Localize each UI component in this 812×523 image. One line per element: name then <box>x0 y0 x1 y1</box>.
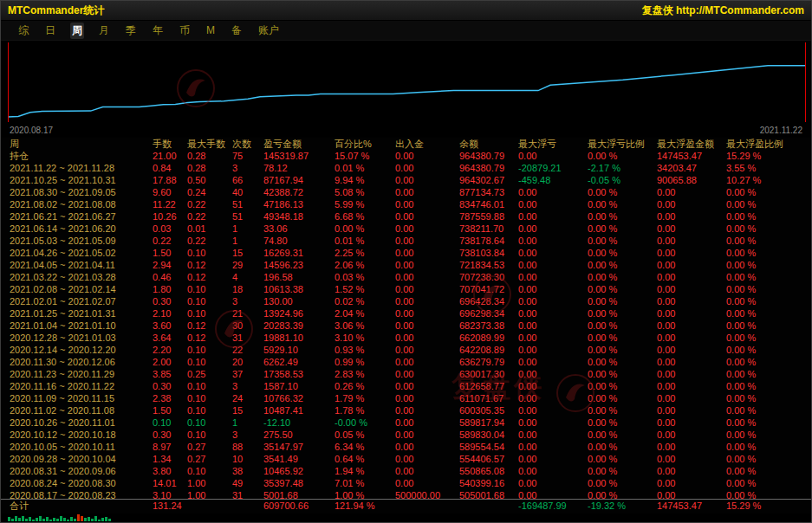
table-row[interactable]: 2021.10.25 ~ 2021.10.3117.880.506687167.… <box>1 174 811 186</box>
column-header[interactable]: 余额 <box>459 138 518 150</box>
table-cell: 0.03 <box>153 223 187 235</box>
chart-left-edge-marker <box>8 42 9 122</box>
table-cell: 2021.03.22 ~ 2021.03.28 <box>10 271 153 283</box>
table-row[interactable]: 2021.02.08 ~ 2021.02.141.800.101810613.3… <box>1 283 811 295</box>
table-cell: 721834.53 <box>459 259 518 271</box>
table-cell: 10.26 <box>153 210 187 223</box>
table-row[interactable]: 2020.12.28 ~ 2021.01.033.640.123119881.1… <box>1 332 811 344</box>
table-row[interactable]: 2020.11.02 ~ 2020.11.081.500.101510487.4… <box>1 404 811 416</box>
table-cell: 0.10 <box>187 283 232 295</box>
table-cell: 9.60 <box>153 186 187 198</box>
table-cell: 0.00 <box>395 477 459 489</box>
total-cell: 609700.66 <box>263 500 335 513</box>
table-cell: 75 <box>232 150 263 162</box>
column-header[interactable]: 最大浮盈金额 <box>657 138 726 150</box>
column-header[interactable]: 最大浮盈比例 <box>726 138 811 150</box>
column-header[interactable]: 次数 <box>232 138 263 150</box>
table-cell: 3 <box>232 380 263 392</box>
table-row[interactable]: 2021.04.05 ~ 2021.04.112.940.122914596.2… <box>1 259 811 271</box>
menu-item-年[interactable]: 年 <box>151 23 165 39</box>
menu-item-账户[interactable]: 账户 <box>257 23 281 39</box>
column-header[interactable]: 出入金 <box>395 138 459 150</box>
menu-item-币[interactable]: 币 <box>178 23 192 39</box>
table-cell: 66 <box>232 174 263 186</box>
table-cell: 0.25 <box>187 368 232 380</box>
total-row: 合计131.24609700.66121.94 %-169487.99-19.3… <box>1 499 811 513</box>
table-row[interactable]: 2020.10.26 ~ 2020.11.010.100.101-12.10-0… <box>1 416 811 429</box>
table-cell: 10487.41 <box>263 404 335 416</box>
table-cell: 0.00 <box>395 186 459 198</box>
table-row[interactable]: 2021.04.26 ~ 2021.05.021.500.101516269.3… <box>1 247 811 259</box>
mini-bar <box>88 517 90 521</box>
menu-item-M[interactable]: M <box>205 23 217 37</box>
table-cell: 18 <box>232 283 263 295</box>
table-cell: 3 <box>232 162 263 174</box>
menu-item-月[interactable]: 月 <box>97 23 111 39</box>
column-header[interactable]: 百分比% <box>335 138 395 150</box>
table-cell: 0.00 <box>657 465 726 477</box>
table-cell: 1 <box>232 416 263 429</box>
table-cell: -0.00 % <box>335 416 395 429</box>
table-cell: 49 <box>232 477 263 489</box>
table-cell: 0.10 <box>187 392 232 404</box>
table-row[interactable]: 2020.08.31 ~ 2020.09.063.800.103810465.9… <box>1 465 811 477</box>
chart-end-date-label: 2021.11.22 <box>760 126 802 135</box>
column-header[interactable]: 最大手数 <box>187 138 232 150</box>
table-cell: 0.00 <box>657 198 726 210</box>
table-row[interactable]: 2021.06.14 ~ 2021.06.200.030.01133.060.0… <box>1 223 811 235</box>
table-row[interactable]: 2020.08.24 ~ 2020.08.3014.011.004935397.… <box>1 477 811 489</box>
table-cell: 29 <box>232 259 263 271</box>
table-row[interactable]: 持仓21.000.2875145319.8715.07 %0.00964380.… <box>1 150 811 162</box>
table-cell: 0.00 % <box>588 356 657 368</box>
table-row[interactable]: 2020.11.09 ~ 2020.11.152.380.102410766.3… <box>1 392 811 404</box>
table-cell: 14596.23 <box>263 259 335 271</box>
table-row[interactable]: 2020.10.05 ~ 2020.10.118.970.278835147.9… <box>1 441 811 453</box>
menu-item-综[interactable]: 综 <box>16 23 30 39</box>
brand-link[interactable]: 复盘侠 http://MTCommander.com <box>642 3 804 18</box>
mini-bar <box>46 517 49 521</box>
table-cell: 1.79 % <box>335 392 395 404</box>
table-row[interactable]: 2020.08.17 ~ 2020.08.233.101.00315001.68… <box>1 489 811 499</box>
table-cell: 0.00 <box>518 186 588 198</box>
app-window: MTCommander统计 复盘侠 http://MTCommander.com… <box>0 0 812 523</box>
table-cell: 2021.02.08 ~ 2021.02.14 <box>10 283 153 295</box>
table-row[interactable]: 2020.11.23 ~ 2020.11.293.850.253717358.5… <box>1 368 811 380</box>
table-cell: 0.26 % <box>335 380 395 392</box>
table-row[interactable]: 2020.12.14 ~ 2020.12.202.200.10225929.10… <box>1 344 811 356</box>
table-row[interactable]: 2021.02.01 ~ 2021.02.070.300.103130.000.… <box>1 295 811 307</box>
table-cell: 0.00 <box>395 392 459 404</box>
table-cell: 0.00 <box>657 223 726 235</box>
table-cell: 0.00 <box>395 429 459 441</box>
table-cell: 1.00 <box>187 477 232 489</box>
table-cell: -12.10 <box>263 416 335 429</box>
table-row[interactable]: 2021.08.02 ~ 2021.08.0811.220.225147186.… <box>1 198 811 210</box>
table-cell: -20879.21 <box>518 162 588 174</box>
table-row[interactable]: 2020.11.16 ~ 2020.11.220.300.1031587.100… <box>1 380 811 392</box>
table-row[interactable]: 2021.08.30 ~ 2021.09.059.600.244042388.7… <box>1 186 811 198</box>
column-header[interactable]: 周 <box>10 138 153 150</box>
table-row[interactable]: 2020.09.28 ~ 2020.10.041.340.27103541.49… <box>1 453 811 465</box>
table-cell: 0.00 % <box>726 453 811 465</box>
table-cell: 10465.92 <box>263 465 335 477</box>
table-cell: 2021.04.26 ~ 2021.05.02 <box>10 247 153 259</box>
column-header[interactable]: 最大浮亏比例 <box>588 138 657 150</box>
table-cell: 0.22 <box>187 198 232 210</box>
menu-item-备[interactable]: 备 <box>230 23 244 39</box>
column-header[interactable]: 手数 <box>153 138 187 150</box>
column-header[interactable]: 最大浮亏 <box>518 138 588 150</box>
table-row[interactable]: 2020.10.12 ~ 2020.10.180.300.103275.500.… <box>1 429 811 441</box>
mini-bar <box>91 519 94 521</box>
menu-item-周[interactable]: 周 <box>70 23 84 39</box>
menu-item-季[interactable]: 季 <box>124 23 138 39</box>
menu-item-日[interactable]: 日 <box>43 23 57 39</box>
table-row[interactable]: 2021.03.22 ~ 2021.03.280.460.124196.580.… <box>1 271 811 283</box>
table-cell: 0.00 % <box>588 186 657 198</box>
table-row[interactable]: 2020.11.30 ~ 2020.12.062.000.10206262.49… <box>1 356 811 368</box>
table-row[interactable]: 2021.11.22 ~ 2021.11.280.840.28378.120.0… <box>1 162 811 174</box>
table-row[interactable]: 2021.05.03 ~ 2021.05.090.220.22174.800.0… <box>1 235 811 247</box>
column-header[interactable]: 盈亏金额 <box>263 138 335 150</box>
table-row[interactable]: 2021.01.25 ~ 2021.01.312.100.102113924.9… <box>1 307 811 320</box>
table-row[interactable]: 2021.06.21 ~ 2021.06.2710.260.225149348.… <box>1 210 811 223</box>
table-row[interactable]: 2021.01.04 ~ 2021.01.103.600.123020283.3… <box>1 320 811 332</box>
table-cell: 4 <box>232 271 263 283</box>
